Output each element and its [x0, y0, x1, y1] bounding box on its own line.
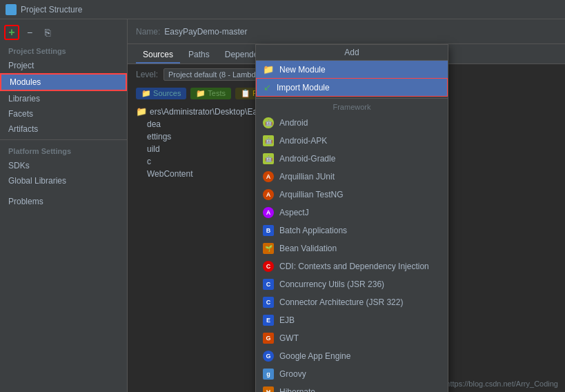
- fw-android-label: Android: [279, 118, 308, 128]
- tab-paths[interactable]: Paths: [181, 47, 217, 63]
- fw-arquillian-junit-label: Arquillian JUnit: [279, 172, 335, 182]
- add-button[interactable]: +: [4, 25, 19, 40]
- fw-bean-icon: 🌱: [263, 243, 274, 254]
- fw-ejb-label: EJB: [279, 315, 295, 325]
- fw-connector-label: Connector Architecture (JSR 322): [279, 297, 403, 307]
- fw-arquillian-junit-icon: A: [263, 171, 274, 182]
- fw-hibernate-icon: H: [263, 386, 274, 392]
- fw-ejb-icon: E: [263, 315, 274, 326]
- project-settings-label: Project Settings: [0, 43, 127, 58]
- fw-concurrency-label: Concurrency Utils (JSR 236): [279, 280, 384, 289]
- fw-google-icon: G: [263, 351, 274, 362]
- framework-section-title: Framework: [256, 100, 448, 114]
- fw-batch[interactable]: B Batch Applications: [256, 222, 448, 239]
- fw-arquillian-testng-icon: A: [263, 189, 274, 200]
- fw-connector[interactable]: C Connector Architecture (JSR 322): [256, 293, 448, 311]
- tag-sources[interactable]: 📁 Sources: [136, 88, 186, 99]
- fw-concurrency[interactable]: C Concurrency Utils (JSR 236): [256, 275, 448, 293]
- svg-rect-2: [8, 10, 10, 13]
- fw-batch-icon: B: [263, 225, 274, 236]
- fw-aspectj[interactable]: A AspectJ: [256, 204, 448, 222]
- sidebar-item-artifacts[interactable]: Artifacts: [0, 121, 127, 137]
- folder-icon: 📁: [136, 106, 147, 117]
- name-value: EasyPayDemo-master: [164, 27, 247, 37]
- import-module-item[interactable]: ↙ Import Module: [256, 78, 448, 97]
- fw-groovy-icon: g: [263, 369, 274, 380]
- import-module-icon: ↙: [264, 82, 271, 92]
- bottom-url: https://blog.csdn.net/Arry_Coding: [446, 380, 558, 388]
- sidebar-item-sdks[interactable]: SDKs: [0, 158, 127, 173]
- fw-batch-label: Batch Applications: [279, 226, 347, 235]
- section-divider: [0, 139, 127, 140]
- app-icon: [6, 4, 17, 15]
- level-label: Level:: [136, 70, 158, 79]
- sidebar-item-problems[interactable]: Problems: [0, 194, 127, 209]
- new-module-item[interactable]: 📁 New Module: [256, 61, 448, 78]
- fw-android[interactable]: 🤖 Android: [256, 114, 448, 132]
- fw-android-apk[interactable]: 🤖 Android-APK: [256, 132, 448, 150]
- fw-bean-label: Bean Validation: [279, 244, 337, 253]
- fw-gwt[interactable]: G GWT: [256, 329, 448, 347]
- sidebar: + − ⎘ Project Settings Project Modules L…: [0, 19, 128, 392]
- fw-groovy[interactable]: g Groovy: [256, 365, 448, 383]
- fw-gwt-icon: G: [263, 333, 274, 344]
- fw-aspectj-label: AspectJ: [279, 208, 309, 217]
- fw-arquillian-junit[interactable]: A Arquillian JUnit: [256, 168, 448, 186]
- sidebar-item-global-libraries[interactable]: Global Libraries: [0, 173, 127, 188]
- fw-arquillian-testng-label: Arquillian TestNG: [279, 190, 343, 199]
- content-area: Name: EasyPayDemo-master Sources Paths D…: [128, 19, 565, 392]
- fw-gwt-label: GWT: [279, 333, 299, 343]
- copy-button[interactable]: ⎘: [40, 25, 55, 40]
- fw-bean[interactable]: 🌱 Bean Validation: [256, 239, 448, 257]
- fw-arquillian-testng[interactable]: A Arquillian TestNG: [256, 186, 448, 204]
- fw-google-label: Google App Engine: [279, 351, 350, 361]
- window-title: Project Structure: [21, 5, 82, 14]
- fw-aspectj-icon: A: [263, 207, 274, 218]
- fw-ejb[interactable]: E EJB: [256, 311, 448, 329]
- fw-android-gradle[interactable]: 🤖 Android-Gradle: [256, 150, 448, 168]
- fw-hibernate[interactable]: H Hibernate: [256, 383, 448, 392]
- fw-android-apk-icon: 🤖: [263, 135, 274, 146]
- add-menu-header: Add: [256, 45, 448, 61]
- sidebar-toolbar: + − ⎘: [0, 22, 127, 43]
- remove-button[interactable]: −: [22, 25, 37, 40]
- menu-separator-1: [256, 98, 448, 99]
- platform-settings-label: Platform Settings: [0, 143, 127, 158]
- fw-connector-icon: C: [263, 297, 274, 308]
- svg-rect-1: [12, 6, 14, 9]
- tab-sources[interactable]: Sources: [136, 47, 180, 63]
- import-module-label: Import Module: [277, 83, 330, 92]
- svg-rect-3: [12, 10, 14, 13]
- fw-cdi[interactable]: C CDI: Contexts and Dependency Injection: [256, 257, 448, 275]
- content-toolbar: Name: EasyPayDemo-master: [128, 19, 565, 44]
- fw-hibernate-label: Hibernate: [279, 387, 315, 392]
- new-module-icon: 📁: [263, 64, 274, 75]
- fw-android-icon: 🤖: [263, 117, 274, 128]
- tag-tests[interactable]: 📁 Tests: [190, 88, 231, 99]
- fw-concurrency-icon: C: [263, 279, 274, 290]
- sidebar-item-modules[interactable]: Modules: [0, 73, 127, 91]
- title-bar: Project Structure: [0, 0, 565, 19]
- sidebar-item-libraries[interactable]: Libraries: [0, 91, 127, 106]
- fw-android-apk-label: Android-APK: [279, 136, 327, 146]
- fw-android-gradle-icon: 🤖: [263, 153, 274, 164]
- fw-cdi-icon: C: [263, 261, 274, 272]
- svg-rect-0: [8, 6, 10, 9]
- name-field: Name: EasyPayDemo-master: [136, 27, 247, 37]
- add-dropdown: Add 📁 New Module ↙ Import Module Framewo…: [255, 44, 448, 392]
- name-label: Name:: [136, 27, 160, 37]
- fw-cdi-label: CDI: Contexts and Dependency Injection: [279, 262, 429, 271]
- fw-groovy-label: Groovy: [279, 369, 306, 379]
- add-menu: Add 📁 New Module ↙ Import Module Framewo…: [255, 44, 448, 392]
- main-layout: + − ⎘ Project Settings Project Modules L…: [0, 19, 565, 392]
- new-module-label: New Module: [279, 65, 326, 75]
- fw-android-gradle-label: Android-Gradle: [279, 154, 335, 164]
- fw-google[interactable]: G Google App Engine: [256, 347, 448, 365]
- sidebar-item-facets[interactable]: Facets: [0, 106, 127, 121]
- sidebar-item-project[interactable]: Project: [0, 58, 127, 73]
